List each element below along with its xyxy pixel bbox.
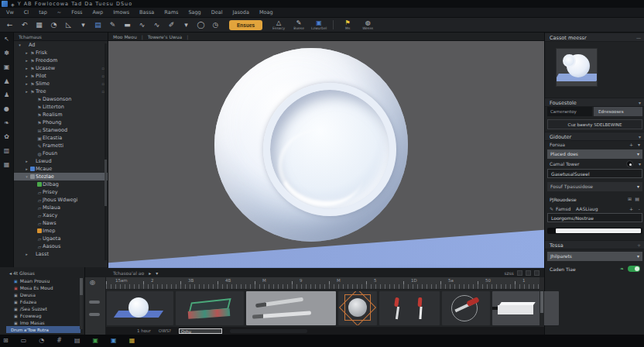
tessa-dropdown[interactable]: Jhilparets ▾	[547, 252, 642, 261]
tree-item-ugaeta[interactable]: ▱Ugaeta	[14, 235, 108, 242]
tree-item-pilot[interactable]: ▸⚑Pilot▫	[14, 72, 108, 80]
back-icon[interactable]: ←	[2, 19, 17, 30]
scene-icon[interactable]: ▦	[32, 19, 46, 30]
timeline-ruler[interactable]: 15am 23B4BM9M51D5a501	[106, 277, 540, 290]
tab-camera[interactable]: Camerantoy	[547, 107, 592, 116]
section-parameters[interactable]: Fousestole▾	[545, 98, 644, 107]
tree-item-lswud[interactable]: ▸Lswud	[14, 157, 108, 165]
layer-item-dwusa[interactable]: ▣Dwusa	[0, 291, 84, 298]
layer-item-maan-prousu[interactable]: ▣Maan Prousu	[0, 277, 84, 284]
thumb-sphere-scene[interactable]	[107, 291, 173, 325]
layers-selected-row[interactable]: Drum a'Tow Rutra	[6, 326, 80, 333]
sheet-icon[interactable]: ▣	[93, 337, 99, 345]
increment-icon[interactable]: +	[629, 206, 633, 211]
undo-icon[interactable]: ↶	[17, 19, 32, 30]
frame-input[interactable]: Oshu	[179, 328, 222, 334]
leaf-icon[interactable]: ✿	[4, 133, 9, 140]
play-icon[interactable]: ▸	[149, 270, 151, 276]
tree-item-prisey[interactable]: ▱Prisey	[14, 188, 108, 196]
menu-item-6[interactable]: Awp	[93, 9, 104, 15]
apply-button[interactable]: Cuz bawvty SDELBEWINE	[547, 119, 642, 129]
tree-item-ucasew[interactable]: ▸⚑Ucasew▫	[14, 64, 108, 72]
tool-library[interactable]: ▣Lzwurbel	[309, 19, 329, 31]
type-dropdown[interactable]: Fosuf Tpasusidose ▾	[547, 182, 642, 191]
expand-icon[interactable]: ▾	[24, 174, 29, 179]
render-button[interactable]: Ensues	[229, 20, 262, 30]
menu-item-11[interactable]: Deal	[211, 9, 223, 15]
decrement-icon[interactable]: -	[639, 206, 640, 211]
collapse-icon[interactable]: ▸	[24, 159, 29, 163]
scene-tree-scrollbar[interactable]	[104, 43, 107, 260]
name-input[interactable]: GasetusalSuseel	[547, 169, 642, 178]
photo-icon[interactable]: ▣	[4, 64, 10, 70]
bag-icon[interactable]: ●	[4, 105, 9, 112]
mail-icon[interactable]: ▣	[111, 337, 117, 345]
material-preview-thumbnail[interactable]	[556, 48, 598, 87]
collapse-icon[interactable]: ▸	[24, 58, 29, 63]
minimize-icon[interactable]: ▾	[156, 270, 158, 276]
grid-icon[interactable]: ▦	[129, 337, 135, 345]
path-input[interactable]: Loorgoms/Nostrae	[547, 213, 642, 222]
tool-flag[interactable]: ⚑Ms	[337, 19, 358, 31]
tree-item-phoung[interactable]: ⚑Phoung	[14, 119, 108, 126]
ring-icon[interactable]: ◔	[39, 337, 44, 345]
tree-item-fousn[interactable]: ◍Fousn	[14, 149, 108, 157]
paint-icon[interactable]: ◔	[46, 19, 61, 30]
display-icon[interactable]: ▬	[120, 19, 135, 30]
layer-item-fdazea[interactable]: ▣Fdazea	[0, 298, 84, 305]
menu-item-3[interactable]: tap	[39, 9, 47, 15]
collapse-icon[interactable]: ▸	[24, 89, 29, 94]
link-icon[interactable]: ▾	[639, 161, 641, 167]
viewport-tab-2[interactable]: Towere's Uwua	[148, 34, 182, 40]
layers-scrollbar[interactable]	[80, 278, 83, 329]
thumb-wire-sphere[interactable]	[338, 291, 377, 325]
mountain-icon[interactable]: ▲	[4, 77, 9, 84]
timeline-handle[interactable]	[89, 313, 100, 316]
tree-item-xascy[interactable]: ▱Xascy	[14, 211, 108, 219]
tree-item-dawsonson[interactable]: ⚑Dawsonson	[14, 95, 108, 103]
layer-item-fcowwag[interactable]: ▣Fcowwag	[0, 312, 84, 319]
tree-item-slime[interactable]: ▸⚑Slime▫	[14, 80, 108, 88]
menu-item-5[interactable]: Foss	[71, 9, 82, 15]
tool-triangle[interactable]: △Esswcy	[269, 19, 289, 31]
view-option-icon[interactable]	[517, 270, 522, 276]
menu-item-7[interactable]: Imows	[113, 9, 129, 15]
preset-dropdown[interactable]: Placed does ▾	[547, 149, 642, 159]
viewport-render-area[interactable]	[108, 41, 544, 267]
render-sphere[interactable]	[214, 48, 408, 242]
tray-icon[interactable]: ⊞	[3, 337, 9, 345]
collapse-icon[interactable]: ▸	[24, 74, 29, 78]
tree-item-lasst[interactable]: ▸Lasst	[14, 250, 108, 258]
hash-icon[interactable]: #	[57, 337, 62, 345]
clock-icon[interactable]: ◷	[208, 19, 223, 30]
thumb-knives[interactable]	[246, 291, 336, 325]
boot-icon[interactable]: ❧	[4, 119, 9, 126]
tree-item-frametti[interactable]: ✎Frametti	[14, 142, 108, 149]
tab-environment[interactable]: Ednesooses	[594, 107, 642, 116]
expand-icon[interactable]: ▾	[17, 43, 22, 47]
flower-icon[interactable]: ✽	[4, 50, 9, 57]
tree-item-ad[interactable]: ▾Ad	[14, 41, 108, 49]
tree-item-aasous[interactable]: ▱Aasous	[14, 242, 108, 250]
timeline-handle[interactable]	[89, 301, 100, 304]
tree-item-tree[interactable]: ▸⚑Tree▫	[14, 88, 108, 95]
fabric-icon[interactable]: ▥	[4, 147, 10, 154]
cursor-icon[interactable]: ↖	[4, 36, 9, 43]
collapse-icon[interactable]: —	[636, 35, 641, 40]
menu-item-2[interactable]: Cl	[24, 9, 29, 15]
pill-icon[interactable]: ▭	[21, 337, 27, 345]
thumb-color-box[interactable]	[176, 291, 244, 325]
caret-icon[interactable]: ▾	[76, 19, 91, 30]
tool-globe[interactable]: ◍Wesss	[358, 19, 378, 31]
tree-item-elcastia[interactable]: ▣Elcastia	[14, 134, 108, 142]
grid-toggle-icon[interactable]: ⊞	[628, 196, 632, 201]
enable-toggle[interactable]	[628, 266, 640, 272]
footer-track[interactable]	[230, 329, 307, 333]
caret2-icon[interactable]: ▾	[179, 19, 194, 30]
corner-icon[interactable]: ◺	[61, 19, 76, 30]
thumb-white-box[interactable]	[492, 291, 559, 325]
tree-item-realism[interactable]: ⚑Realism	[14, 111, 108, 119]
view-option-icon[interactable]	[534, 270, 540, 276]
zoom-icon[interactable]: ◎	[90, 279, 95, 286]
menu-item-12[interactable]: Jasoda	[233, 9, 249, 15]
